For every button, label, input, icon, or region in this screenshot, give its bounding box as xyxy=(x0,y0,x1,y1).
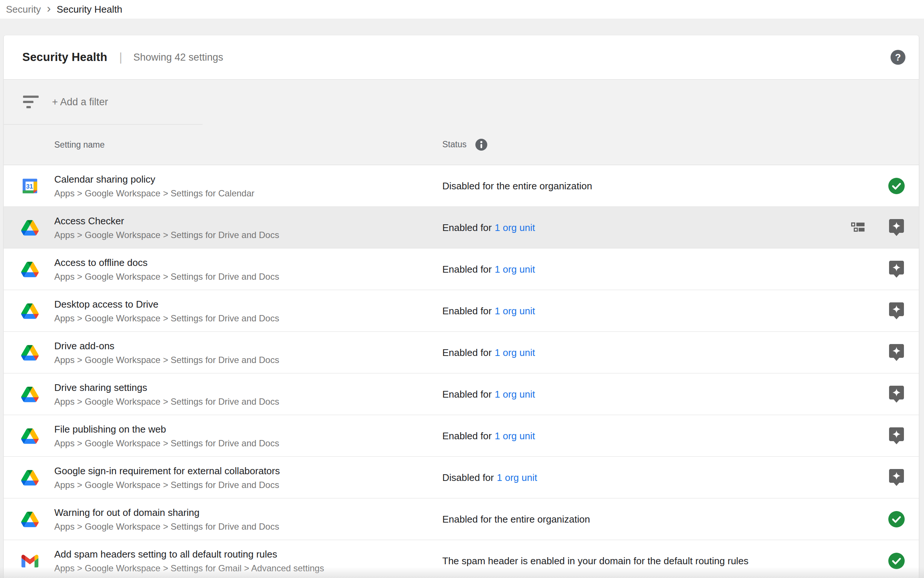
product-icon: 31 xyxy=(21,177,39,195)
calendar-icon: 31 xyxy=(21,177,39,195)
setting-status: Enabled for the entire organization xyxy=(442,513,590,525)
setting-text: Google sign-in requirement for external … xyxy=(54,465,280,490)
gmail-icon xyxy=(21,554,39,568)
setting-row[interactable]: 31 Access to offline docs App xyxy=(4,248,919,290)
setting-status: Enabled for1 org unit xyxy=(442,347,535,358)
setting-text: Calendar sharing policy Apps > Google Wo… xyxy=(54,173,255,199)
setting-status: Disabled for the entire organization xyxy=(442,180,592,192)
help-icon[interactable]: ? xyxy=(890,50,905,65)
recommendation-badge-icon[interactable] xyxy=(888,386,905,403)
page-title: Security Health xyxy=(22,50,107,64)
setting-path: Apps > Google Workspace > Settings for D… xyxy=(54,229,279,240)
card-header: Security Health | Showing 42 settings ? xyxy=(4,35,919,79)
setting-name: File publishing on the web xyxy=(54,423,279,435)
setting-path: Apps > Google Workspace > Settings for D… xyxy=(54,521,279,532)
breadcrumb: Security › Security Health xyxy=(0,0,924,19)
setting-status: Enabled for1 org unit xyxy=(442,222,535,233)
setting-name: Google sign-in requirement for external … xyxy=(54,465,280,477)
recommendation-badge-icon[interactable] xyxy=(888,469,905,486)
setting-name: Access Checker xyxy=(54,215,279,227)
org-unit-link[interactable]: 1 org unit xyxy=(495,347,535,358)
recommendation-badge-icon[interactable] xyxy=(888,427,905,445)
org-unit-link[interactable]: 1 org unit xyxy=(495,388,535,399)
check-circle-icon xyxy=(888,177,905,195)
setting-name: Drive sharing settings xyxy=(54,382,279,393)
status-text: The spam header is enabled in your domai… xyxy=(442,555,749,566)
setting-status: Enabled for1 org unit xyxy=(442,430,535,442)
org-unit-link[interactable]: 1 org unit xyxy=(497,472,537,483)
info-icon[interactable] xyxy=(476,139,487,151)
setting-row[interactable]: 31 Desktop access to Drive Ap xyxy=(4,290,919,332)
add-filter-button[interactable]: + Add a filter xyxy=(52,96,108,108)
drive-icon xyxy=(21,303,39,319)
setting-row[interactable]: 31 Drive sharing settings App xyxy=(4,373,919,415)
setting-row[interactable]: 31 Calendar sharing policy Ap xyxy=(4,165,919,207)
setting-name: Drive add-ons xyxy=(54,340,279,352)
check-circle-icon xyxy=(888,552,905,570)
product-icon: 31 xyxy=(21,302,39,320)
column-header-setting-name: Setting name xyxy=(54,140,105,149)
recommendation-badge-icon[interactable] xyxy=(888,302,905,320)
setting-text: Access to offline docs Apps > Google Wor… xyxy=(54,257,279,282)
org-unit-link[interactable]: 1 org unit xyxy=(495,222,535,233)
setting-text: Drive add-ons Apps > Google Workspace > … xyxy=(54,340,279,365)
status-text: Enabled for xyxy=(442,430,492,441)
org-unit-link[interactable]: 1 org unit xyxy=(495,430,535,441)
org-unit-link[interactable]: 1 org unit xyxy=(495,305,535,316)
security-health-card: Security Health | Showing 42 settings ? … xyxy=(4,35,919,578)
setting-path: Apps > Google Workspace > Settings for D… xyxy=(54,313,279,323)
status-text: Enabled for xyxy=(442,388,492,399)
setting-path: Apps > Google Workspace > Settings for D… xyxy=(54,271,279,282)
status-text: Enabled for the entire organization xyxy=(442,513,590,524)
setting-text: Access Checker Apps > Google Workspace >… xyxy=(54,215,279,240)
setting-name: Warning for out of domain sharing xyxy=(54,507,279,518)
breadcrumb-parent-link[interactable]: Security xyxy=(6,4,41,15)
status-text: Enabled for xyxy=(442,222,492,233)
setting-row[interactable]: 31 Access Checker Apps > Goog xyxy=(4,207,919,248)
setting-status: Disabled for1 org unit xyxy=(442,472,537,483)
product-icon: 31 xyxy=(21,552,39,570)
product-icon: 31 xyxy=(21,510,39,528)
setting-name: Calendar sharing policy xyxy=(54,173,255,185)
setting-row[interactable]: 31 Drive add-ons Apps > Googl xyxy=(4,332,919,373)
setting-text: Drive sharing settings Apps > Google Wor… xyxy=(54,382,279,407)
table-header: Setting name Status xyxy=(4,124,919,165)
setting-status: Enabled for1 org unit xyxy=(442,388,535,400)
setting-path: Apps > Google Workspace > Settings for D… xyxy=(54,438,279,448)
setting-text: Desktop access to Drive Apps > Google Wo… xyxy=(54,298,279,323)
setting-row[interactable]: 31 Google sign-in requirement for e xyxy=(4,457,919,498)
setting-name: Access to offline docs xyxy=(54,257,279,268)
product-icon: 31 xyxy=(21,219,39,236)
setting-status: Enabled for1 org unit xyxy=(442,263,535,275)
setting-path: Apps > Google Workspace > Settings for G… xyxy=(54,563,324,573)
filter-icon[interactable] xyxy=(23,96,39,108)
breadcrumb-chevron-icon: › xyxy=(47,3,51,13)
check-circle-icon xyxy=(888,511,905,528)
drive-icon xyxy=(21,345,39,360)
breadcrumb-current: Security Health xyxy=(57,4,122,15)
drive-icon xyxy=(21,511,39,527)
setting-path: Apps > Google Workspace > Settings for D… xyxy=(54,479,280,490)
setting-row[interactable]: 31 Warning for out of domain sharin xyxy=(4,498,919,540)
drive-icon xyxy=(21,220,39,235)
status-text: Enabled for xyxy=(442,263,492,274)
setting-text: Add spam headers setting to all default … xyxy=(54,548,324,573)
recommendation-badge-icon[interactable] xyxy=(888,219,905,236)
org-units-sublist-icon xyxy=(851,222,864,233)
drive-icon xyxy=(21,428,39,444)
recommendation-badge-icon[interactable] xyxy=(888,344,905,361)
setting-name: Desktop access to Drive xyxy=(54,298,279,310)
recommendation-badge-icon[interactable] xyxy=(888,261,905,278)
setting-row[interactable]: 31 File publishing on the web xyxy=(4,415,919,457)
setting-status: The spam header is enabled in your domai… xyxy=(442,555,749,567)
drive-icon xyxy=(21,386,39,402)
product-icon: 31 xyxy=(21,469,39,486)
status-text: Enabled for xyxy=(442,347,492,358)
filter-row: + Add a filter xyxy=(4,80,919,124)
setting-row[interactable]: 31 Add spam headers setting to all xyxy=(4,540,919,578)
filter-section: + Add a filter Setting name Status xyxy=(4,79,919,165)
org-unit-link[interactable]: 1 org unit xyxy=(495,263,535,274)
setting-path: Apps > Google Workspace > Settings for D… xyxy=(54,396,279,407)
svg-text:31: 31 xyxy=(26,183,33,190)
setting-status: Enabled for1 org unit xyxy=(442,305,535,317)
